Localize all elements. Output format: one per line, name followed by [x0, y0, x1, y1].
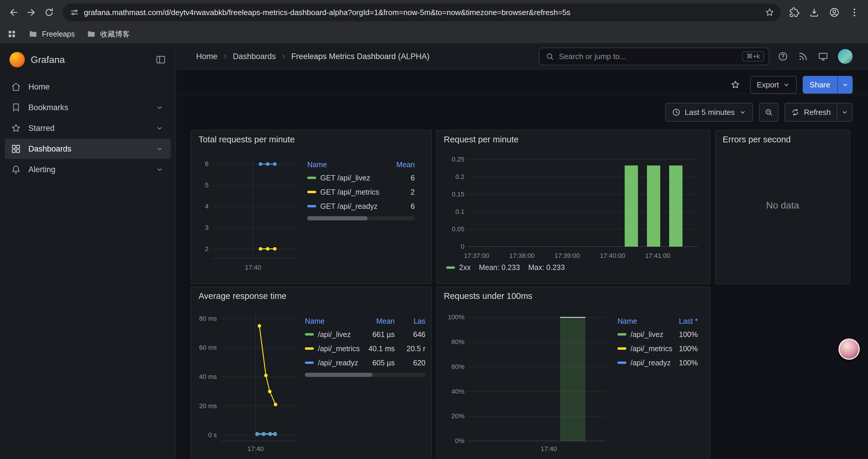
- zoom-out-button[interactable]: [759, 103, 778, 122]
- breadcrumb-dashboards[interactable]: Dashboards: [233, 52, 276, 61]
- requests-under-100ms-chart[interactable]: 100%80%60%40%20%0%17:40: [442, 303, 612, 455]
- legend-row: /api/_metrics40.1 ms20.5 r: [305, 341, 426, 356]
- legend-row: GET /api/_readyz6: [307, 199, 415, 213]
- sidebar-item-label: Bookmarks: [28, 103, 148, 112]
- panel-title[interactable]: Requests under 100ms: [437, 287, 710, 303]
- panel-title[interactable]: Request per minute: [437, 131, 710, 146]
- panel-title[interactable]: Total requests per minute: [191, 131, 431, 146]
- user-avatar[interactable]: [838, 49, 852, 64]
- legend-table: NameLast */api/_livez100%/api/_metrics10…: [612, 303, 704, 455]
- floating-extension-avatar[interactable]: [838, 338, 860, 360]
- legend-value: 6: [384, 199, 415, 213]
- legend-series-name[interactable]: /api/_livez: [617, 330, 673, 339]
- svg-text:0 s: 0 s: [208, 431, 217, 438]
- legend-col-header[interactable]: Name: [307, 159, 384, 171]
- favorite-star-icon[interactable]: [726, 76, 744, 94]
- total-requests-chart[interactable]: 6543217:40: [197, 146, 301, 274]
- reload-icon[interactable]: [40, 4, 58, 21]
- address-bar[interactable]: grafana.mathmast.com/d/deytv4rwavabkb/fr…: [63, 4, 780, 21]
- sidebar-collapse-icon[interactable]: [155, 54, 166, 65]
- legend-value: 605 µs: [364, 356, 395, 370]
- bookmark-star-icon[interactable]: [765, 7, 775, 18]
- svg-text:0: 0: [461, 243, 464, 250]
- news-rss-icon[interactable]: [798, 51, 808, 62]
- average-response-time-chart[interactable]: 80 ms60 ms40 ms20 ms0 s17:40: [197, 303, 301, 455]
- breadcrumb-current[interactable]: Freeleaps Metrics Dashboard (ALPHA): [291, 52, 430, 61]
- legend-col-header[interactable]: Mean: [384, 159, 415, 171]
- chevron-down-icon[interactable]: [155, 124, 164, 132]
- chevron-right-icon: [280, 53, 287, 60]
- svg-text:0.2: 0.2: [455, 173, 464, 181]
- forward-icon[interactable]: [23, 4, 40, 21]
- legend-scrollbar-thumb[interactable]: [305, 373, 372, 377]
- legend-row: /api/_readyz605 µs620: [305, 356, 426, 370]
- series-color-icon: [305, 333, 314, 335]
- legend-series-name[interactable]: /api/_livez: [305, 330, 364, 339]
- legend-series-name[interactable]: /api/_readyz: [305, 359, 364, 367]
- legend-mean-stat: Mean: 0.233: [479, 263, 520, 272]
- export-button[interactable]: Export: [750, 76, 797, 94]
- chevron-down-icon: [739, 108, 747, 116]
- svg-text:20 ms: 20 ms: [199, 402, 217, 410]
- legend-scrollbar-thumb[interactable]: [307, 216, 368, 220]
- sidebar-item-dashboards[interactable]: Dashboards: [5, 139, 171, 159]
- bookmark-folder-blogs[interactable]: 收藏博客: [87, 29, 130, 39]
- panel-title[interactable]: Average response time: [191, 287, 431, 303]
- site-info-icon[interactable]: [70, 8, 79, 17]
- time-range-picker[interactable]: Last 5 minutes: [665, 103, 753, 122]
- breadcrumb-home[interactable]: Home: [196, 52, 217, 61]
- legend-series-name[interactable]: /api/_readyz: [617, 359, 673, 367]
- legend-table: NameMeanGET /api/_livez6GET /api/_metric…: [301, 146, 426, 274]
- legend-table-grid: NameMeanLas/api/_livez661 µs646/api/_met…: [305, 316, 426, 370]
- panel-title[interactable]: Errors per second: [716, 131, 850, 146]
- back-icon[interactable]: [5, 4, 23, 21]
- extensions-icon[interactable]: [785, 4, 803, 21]
- legend-series-name[interactable]: GET /api/_metrics: [307, 188, 384, 196]
- sidebar-item-label: Dashboards: [28, 144, 148, 154]
- share-button-main[interactable]: Share: [803, 76, 837, 94]
- legend-series-name[interactable]: /api/_metrics: [617, 345, 673, 353]
- legend-series-name[interactable]: GET /api/_readyz: [307, 202, 384, 210]
- chevron-down-icon[interactable]: [155, 165, 164, 174]
- dashboards-grid-icon: [11, 143, 21, 154]
- legend-series-name[interactable]: /api/_metrics: [305, 345, 364, 353]
- series-label: /api/_livez: [630, 330, 663, 339]
- legend-col-header[interactable]: Mean: [364, 316, 395, 327]
- search-input[interactable]: [559, 52, 737, 61]
- legend-series[interactable]: 2xx: [446, 263, 471, 272]
- refresh-button[interactable]: Refresh: [785, 103, 837, 121]
- sidebar-item-alerting[interactable]: Alerting: [5, 160, 171, 179]
- chevron-right-icon: [222, 53, 229, 60]
- chevron-down-icon: [783, 81, 790, 89]
- legend-col-header[interactable]: Last *: [673, 316, 698, 327]
- monitor-icon[interactable]: [818, 51, 829, 62]
- legend-col-header[interactable]: Name: [617, 316, 673, 327]
- time-controls: Last 5 minutes Refresh: [176, 95, 868, 122]
- bookmark-icon: [11, 102, 21, 113]
- legend-col-header[interactable]: Las: [395, 316, 426, 327]
- sidebar-item-bookmarks[interactable]: Bookmarks: [5, 97, 171, 118]
- menu-dots-icon[interactable]: [845, 4, 863, 21]
- url-text[interactable]: grafana.mathmast.com/d/deytv4rwavabkb/fr…: [84, 8, 760, 17]
- chevron-down-icon[interactable]: [155, 145, 164, 153]
- bookmark-folder-freeleaps[interactable]: Freeleaps: [28, 29, 75, 39]
- downloads-icon[interactable]: [805, 4, 823, 21]
- apps-grid-icon[interactable]: [7, 29, 17, 39]
- refresh-interval-caret[interactable]: [837, 103, 852, 121]
- share-dropdown-caret[interactable]: [837, 76, 852, 94]
- sidebar-item-home[interactable]: Home: [5, 77, 171, 97]
- dashboard-toolbar: Export Share: [176, 70, 868, 95]
- legend-series-name[interactable]: GET /api/_livez: [307, 174, 384, 182]
- help-icon[interactable]: [778, 51, 788, 62]
- chevron-down-icon[interactable]: [155, 103, 164, 112]
- search-box[interactable]: ⌘+k: [539, 47, 769, 65]
- profile-icon[interactable]: [826, 4, 843, 21]
- svg-text:0%: 0%: [455, 437, 464, 445]
- svg-text:80 ms: 80 ms: [199, 315, 217, 322]
- sidebar-item-starred[interactable]: Starred: [5, 118, 171, 138]
- request-per-minute-chart[interactable]: 0.250.20.150.10.05017:37:0017:38:0017:39…: [442, 146, 704, 262]
- sidebar-item-label: Starred: [28, 124, 148, 133]
- series-label: /api/_metrics: [318, 345, 360, 353]
- grafana-logo[interactable]: [9, 52, 25, 67]
- legend-col-header[interactable]: Name: [305, 316, 364, 327]
